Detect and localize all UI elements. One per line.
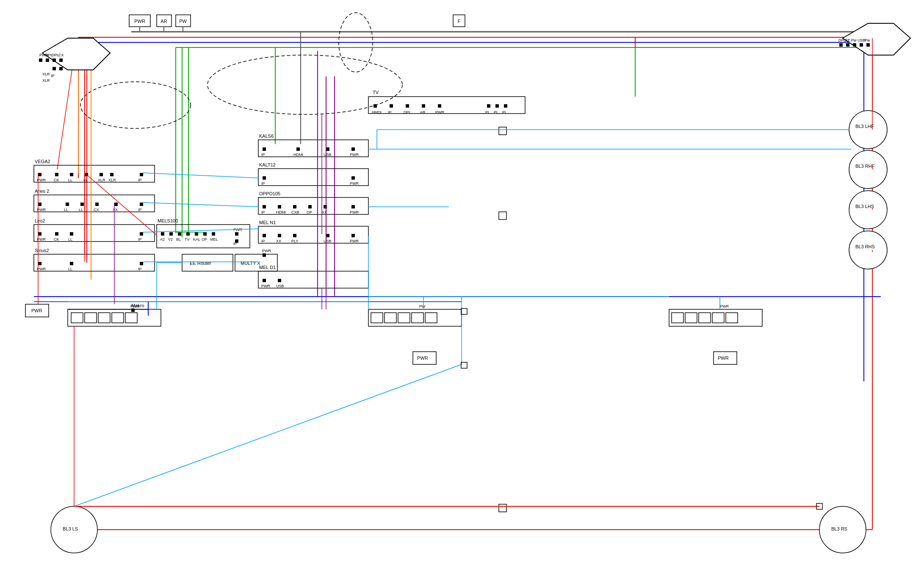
svg-text:PW: PW	[179, 19, 187, 24]
svg-rect-191	[351, 234, 355, 237]
svg-text:HDMI: HDMI	[276, 210, 286, 214]
svg-rect-163	[169, 232, 173, 236]
svg-text:XX: XX	[276, 239, 281, 243]
svg-text:PWR: PWR	[350, 181, 359, 186]
svg-rect-144	[38, 232, 41, 236]
svg-rect-182	[263, 253, 266, 257]
svg-rect-55	[846, 43, 849, 47]
svg-text:PWR: PWR	[350, 153, 359, 157]
svg-text:KALS6: KALS6	[259, 133, 274, 139]
svg-text:IP: IP	[261, 210, 265, 214]
svg-text:IP: IP	[138, 237, 142, 242]
svg-text:IP: IP	[138, 208, 142, 212]
svg-rect-169	[235, 232, 238, 236]
svg-text:PWR: PWR	[134, 19, 145, 24]
svg-rect-132	[80, 203, 84, 206]
svg-rect-54	[839, 43, 843, 47]
svg-rect-56	[853, 43, 856, 47]
svg-text:LL: LL	[79, 208, 83, 212]
svg-rect-135	[140, 203, 143, 206]
svg-text:LL: LL	[83, 178, 88, 182]
svg-rect-68	[406, 104, 409, 108]
svg-text:LL: LL	[64, 208, 68, 212]
svg-text:BL3 RHS: BL3 RHS	[855, 244, 875, 249]
svg-rect-130	[38, 203, 41, 206]
svg-text:DPL: DPL	[838, 38, 846, 42]
svg-text:Aries 2: Aries 2	[35, 189, 49, 194]
svg-text:HDMI: HDMI	[293, 153, 303, 157]
svg-text:BL3 LS: BL3 LS	[63, 526, 78, 531]
svg-rect-165	[186, 232, 190, 236]
svg-text:XLR: XLR	[108, 178, 116, 182]
svg-text:V2: V2	[168, 237, 173, 242]
svg-point-237	[849, 150, 887, 189]
svg-text:BL: BL	[176, 237, 181, 242]
svg-rect-41	[46, 58, 49, 62]
svg-rect-199	[263, 279, 266, 282]
svg-rect-69	[422, 104, 425, 108]
svg-rect-118	[100, 173, 103, 176]
svg-text:USB: USB	[324, 153, 332, 157]
svg-rect-70	[438, 104, 441, 108]
svg-rect-131	[66, 203, 69, 206]
svg-rect-57	[860, 43, 863, 47]
svg-text:PWR: PWR	[417, 355, 428, 361]
svg-rect-115	[55, 173, 58, 176]
svg-text:KALT12: KALT12	[259, 162, 276, 167]
svg-text:KAL: KAL	[193, 237, 200, 242]
svg-rect-200	[278, 279, 281, 282]
svg-text:IP: IP	[233, 242, 237, 246]
svg-text:CK: CK	[54, 237, 59, 242]
svg-rect-166	[195, 232, 198, 236]
svg-rect-120	[140, 173, 143, 176]
svg-point-235	[849, 111, 887, 149]
svg-text:TV: TV	[373, 90, 379, 95]
svg-text:IP: IP	[261, 181, 265, 186]
svg-text:OP: OP	[202, 237, 207, 242]
svg-rect-164	[178, 232, 181, 236]
svg-text:MEL: MEL	[210, 237, 218, 242]
svg-text:PWR: PWR	[350, 210, 359, 214]
svg-text:PLY: PLY	[291, 239, 298, 243]
svg-rect-86	[326, 147, 329, 151]
svg-text:OP: OP	[307, 210, 312, 214]
svg-rect-154	[38, 262, 41, 265]
svg-text:CX: CX	[58, 53, 64, 57]
svg-text:PWR: PWR	[350, 239, 359, 243]
svg-text:BL3 LHF: BL3 LHF	[855, 124, 874, 129]
svg-rect-85	[296, 147, 300, 151]
svg-text:USB: USB	[858, 38, 866, 42]
svg-rect-71	[487, 104, 490, 108]
svg-text:USB: USB	[276, 284, 284, 288]
svg-rect-72	[495, 104, 499, 108]
svg-text:AR: AR	[420, 110, 426, 114]
svg-rect-134	[114, 203, 118, 206]
svg-text:USB: USB	[324, 239, 332, 243]
svg-rect-167	[203, 232, 207, 236]
svg-text:BL3 RS: BL3 RS	[831, 526, 847, 531]
svg-text:XLR: XLR	[42, 78, 50, 83]
svg-rect-187	[263, 234, 266, 237]
svg-rect-94	[263, 176, 266, 180]
svg-rect-146	[70, 232, 73, 236]
svg-text:AR: AR	[160, 19, 167, 24]
svg-rect-102	[293, 205, 296, 208]
svg-text:F: F	[458, 19, 461, 24]
svg-text:LL: LL	[68, 178, 72, 182]
svg-rect-147	[140, 232, 143, 236]
svg-text:CX: CX	[94, 208, 99, 212]
svg-rect-42	[53, 58, 56, 62]
svg-point-239	[849, 191, 887, 229]
svg-text:Pw: Pw	[865, 38, 870, 42]
svg-rect-45	[59, 67, 63, 70]
svg-text:IP: IP	[138, 267, 142, 271]
svg-text:PWR: PWR	[130, 304, 139, 308]
svg-rect-145	[55, 232, 58, 236]
svg-rect-189	[293, 234, 296, 237]
svg-text:TV: TV	[185, 237, 190, 242]
svg-text:A2: A2	[160, 237, 165, 242]
svg-rect-73	[504, 104, 507, 108]
svg-rect-44	[53, 67, 56, 70]
svg-text:DPL: DPL	[52, 53, 59, 57]
svg-text:OPPO105: OPPO105	[259, 191, 280, 196]
